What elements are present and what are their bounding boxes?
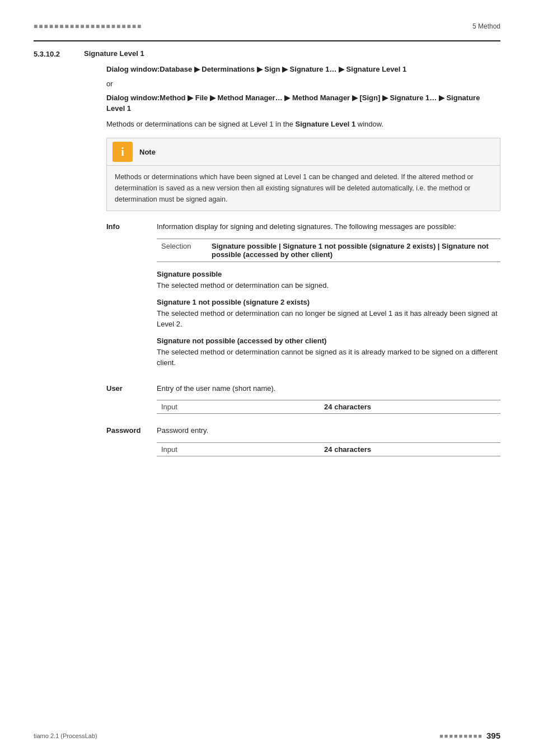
note-box: i Note Methods or determinations which h… xyxy=(106,138,500,211)
section-heading: 5.3.10.2 Signature Level 1 xyxy=(34,49,500,58)
note-title: Note xyxy=(139,148,156,156)
password-input-value-cell: 24 characters xyxy=(320,443,500,456)
user-input-label-cell: Input xyxy=(157,400,320,414)
section-number: 5.3.10.2 xyxy=(34,49,84,58)
selection-table: Selection Signature possible | Signature… xyxy=(157,239,500,262)
sub-item-0: Signature possible The selected method o… xyxy=(157,270,500,291)
sub-item-1: Signature 1 not possible (signature 2 ex… xyxy=(157,298,500,330)
info-icon: i xyxy=(113,142,133,162)
password-description: Password entry. xyxy=(157,425,500,437)
info-content: Information display for signing and dele… xyxy=(157,221,500,375)
info-label: Info xyxy=(106,221,157,231)
selection-label-cell: Selection xyxy=(157,239,207,262)
top-rule xyxy=(34,40,500,41)
dialog-path-1: Dialog window:Database ▶ Determinations … xyxy=(106,64,500,75)
selection-values-cell: Signature possible | Signature 1 not pos… xyxy=(207,239,500,262)
page-footer: tiamo 2.1 (ProcessLab) ■■■■■■■■■ 395 xyxy=(34,731,500,740)
page-number-area: ■■■■■■■■■ 395 xyxy=(439,731,500,740)
note-header: i Note xyxy=(107,138,500,166)
info-text: Information display for signing and dele… xyxy=(157,221,500,233)
sub-item-title-2: Signature not possible (accessed by othe… xyxy=(157,337,500,345)
password-label: Password xyxy=(106,425,157,435)
top-bar: ■■■■■■■■■■■■■■■■■■■■■ 5 Method xyxy=(34,22,500,30)
password-input-label-cell: Input xyxy=(157,443,320,456)
sub-item-title-0: Signature possible xyxy=(157,270,500,278)
user-content: Entry of the user name (short name). Inp… xyxy=(157,383,500,417)
top-bar-dots: ■■■■■■■■■■■■■■■■■■■■■ xyxy=(34,22,142,30)
user-input-row: Input 24 characters xyxy=(157,400,500,414)
footer-left: tiamo 2.1 (ProcessLab) xyxy=(34,732,97,739)
page: ■■■■■■■■■■■■■■■■■■■■■ 5 Method 5.3.10.2 … xyxy=(0,0,534,756)
user-label: User xyxy=(106,383,157,393)
sub-item-title-1: Signature 1 not possible (signature 2 ex… xyxy=(157,298,500,306)
password-content: Password entry. Input 24 characters xyxy=(157,425,500,459)
password-input-row: Input 24 characters xyxy=(157,443,500,456)
footer-dots: ■■■■■■■■■ xyxy=(439,732,483,739)
content-area: Dialog window:Database ▶ Determinations … xyxy=(106,64,500,459)
sub-item-text-1: The selected method or determination can… xyxy=(157,308,500,330)
sub-item-text-0: The selected method or determination can… xyxy=(157,280,500,291)
sub-item-text-2: The selected method or determination can… xyxy=(157,347,500,368)
note-body: Methods or determinations which have bee… xyxy=(107,166,500,211)
user-input-table: Input 24 characters xyxy=(157,400,500,414)
sub-item-2: Signature not possible (accessed by othe… xyxy=(157,337,500,368)
table-row: Selection Signature possible | Signature… xyxy=(157,239,500,262)
password-section: Password Password entry. Input 24 charac… xyxy=(106,425,500,459)
info-section: Info Information display for signing and… xyxy=(106,221,500,375)
top-bar-section: 5 Method xyxy=(472,22,500,30)
password-input-table: Input 24 characters xyxy=(157,442,500,456)
dialog-path-2: Dialog window:Method ▶ File ▶ Method Man… xyxy=(106,92,500,114)
user-section: User Entry of the user name (short name)… xyxy=(106,383,500,417)
section-title: Signature Level 1 xyxy=(84,49,144,58)
user-input-value-cell: 24 characters xyxy=(320,400,500,414)
user-description: Entry of the user name (short name). xyxy=(157,383,500,395)
footer-page: 395 xyxy=(486,731,500,740)
or-text: or xyxy=(106,80,500,88)
description-text: Methods or determinations can be signed … xyxy=(106,119,500,130)
